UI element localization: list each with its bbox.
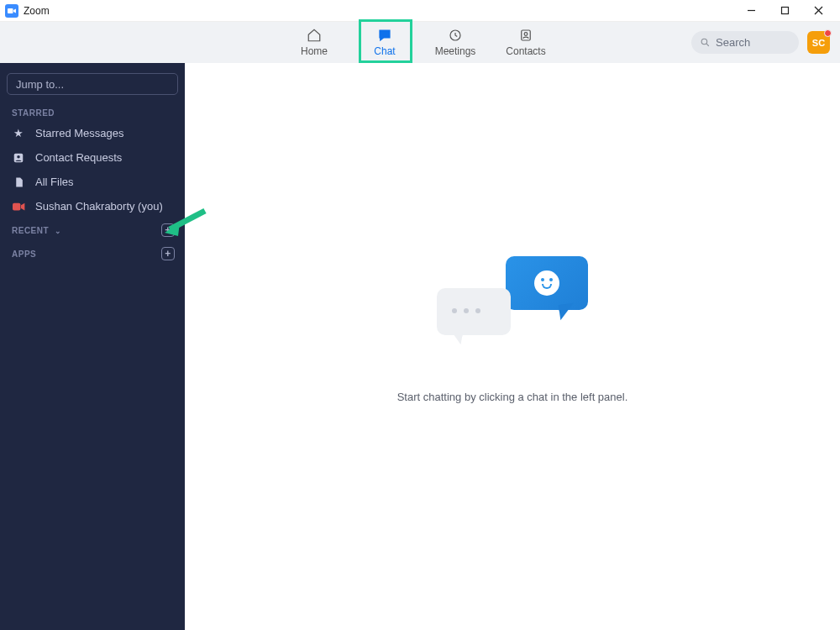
clock-icon bbox=[448, 28, 463, 43]
empty-state-message: Start chatting by clicking a chat in the… bbox=[397, 391, 628, 403]
file-icon bbox=[12, 176, 25, 188]
top-nav: Home Chat Meetings Contacts Search SC bbox=[0, 22, 840, 63]
avatar[interactable]: SC bbox=[807, 31, 830, 54]
sidebar-item-self-chat[interactable]: Sushan Chakraborty (you) bbox=[0, 194, 185, 218]
minimize-button[interactable] bbox=[734, 0, 768, 22]
window-title: Zoom bbox=[24, 5, 50, 17]
svg-rect-0 bbox=[8, 8, 13, 13]
section-apps-label: APPS bbox=[12, 249, 36, 259]
svg-point-8 bbox=[701, 39, 707, 45]
svg-point-11 bbox=[17, 155, 20, 159]
title-bar: Zoom bbox=[0, 0, 840, 22]
main-panel: Start chatting by clicking a chat in the… bbox=[185, 63, 840, 630]
sidebar-item-label: Sushan Chakraborty (you) bbox=[35, 200, 163, 213]
tab-chat[interactable]: Chat bbox=[349, 22, 420, 63]
sidebar-item-all-files[interactable]: All Files bbox=[0, 170, 185, 194]
search-icon bbox=[700, 37, 711, 48]
add-app-button[interactable]: + bbox=[161, 247, 175, 260]
sidebar-item-label: Contact Requests bbox=[35, 151, 122, 164]
sidebar-item-contact-requests[interactable]: Contact Requests bbox=[0, 145, 185, 170]
section-starred-label: STARRED bbox=[0, 103, 185, 121]
svg-point-7 bbox=[524, 33, 528, 36]
tab-contacts[interactable]: Contacts bbox=[491, 22, 561, 63]
video-icon bbox=[12, 202, 25, 212]
svg-line-9 bbox=[706, 44, 709, 46]
chat-illustration bbox=[437, 256, 588, 357]
jump-placeholder: Jump to... bbox=[16, 78, 64, 91]
tab-label: Meetings bbox=[435, 45, 476, 57]
search-input[interactable]: Search bbox=[691, 31, 799, 54]
svg-rect-2 bbox=[781, 8, 788, 14]
sidebar-item-label: Starred Messages bbox=[35, 127, 124, 139]
sidebar-item-starred-messages[interactable]: ★ Starred Messages bbox=[0, 121, 185, 145]
tab-home[interactable]: Home bbox=[279, 22, 349, 63]
tab-meetings[interactable]: Meetings bbox=[420, 22, 491, 63]
chat-icon bbox=[377, 28, 392, 43]
tab-label: Chat bbox=[374, 45, 395, 57]
section-recent-label: RECENT bbox=[12, 226, 49, 235]
avatar-initials: SC bbox=[812, 38, 825, 48]
search-placeholder: Search bbox=[716, 36, 750, 49]
tab-label: Contacts bbox=[506, 45, 545, 57]
section-apps-header[interactable]: APPS + bbox=[0, 242, 185, 265]
home-icon bbox=[307, 28, 322, 43]
svg-rect-12 bbox=[13, 202, 20, 210]
contact-request-icon bbox=[12, 152, 25, 164]
chevron-down-icon: ⌄ bbox=[55, 227, 62, 235]
maximize-button[interactable] bbox=[768, 0, 801, 22]
close-button[interactable] bbox=[801, 0, 835, 22]
tab-label: Home bbox=[301, 45, 328, 57]
jump-to-input[interactable]: Jump to... bbox=[7, 73, 178, 95]
status-dot-icon bbox=[824, 29, 832, 37]
gray-chat-bubble-icon bbox=[437, 288, 511, 335]
add-recent-button[interactable]: + bbox=[161, 223, 175, 237]
contacts-icon bbox=[518, 28, 533, 43]
zoom-logo-icon bbox=[5, 4, 18, 18]
sidebar-item-label: All Files bbox=[35, 176, 74, 188]
sidebar: Jump to... STARRED ★ Starred Messages Co… bbox=[0, 63, 185, 630]
star-icon: ★ bbox=[12, 127, 25, 139]
section-recent-header[interactable]: RECENT ⌄ + bbox=[0, 218, 185, 242]
blue-chat-bubble-icon bbox=[506, 256, 588, 310]
